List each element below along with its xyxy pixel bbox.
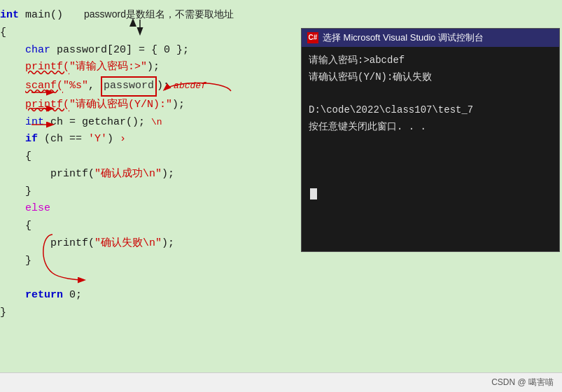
main-container: int main() { password是数组名，不需要取地址 char pa… — [0, 0, 562, 392]
code-line-9: { — [0, 148, 315, 166]
code-line-14: printf("确认失败\n"); — [0, 235, 315, 253]
code-line-2: { — [0, 24, 315, 42]
code-line-13: { — [0, 218, 315, 235]
console-line-1: 请输入密码:>abcdef — [309, 52, 552, 69]
footer-bar: CSDN @ 噶害喵 — [0, 372, 562, 392]
code-line-11: } — [0, 183, 315, 201]
code-line-5: scanf("%s", password);abcdef — [0, 76, 315, 97]
console-line-5: 按任意键关闭此窗口. . . — [309, 119, 552, 136]
code-line-3: char password[20] = { 0 }; — [0, 42, 315, 59]
footer-text: CSDN @ 噶害喵 — [491, 377, 554, 388]
code-line-12: else — [0, 200, 315, 218]
console-titlebar: C# 选择 Microsoft Visual Studio 调试控制台 — [302, 29, 559, 47]
vs-icon: C# — [307, 32, 318, 43]
console-line-2: 请确认密码(Y/N):确认失败 — [309, 69, 552, 86]
code-line-18: } — [0, 304, 315, 322]
code-line-16 — [0, 270, 315, 287]
code-line-10: printf("确认成功\n"); — [0, 166, 315, 183]
cursor — [310, 188, 317, 200]
annotation-bubble: password是数组名，不需要取地址 — [84, 8, 234, 21]
code-line-15: } — [0, 253, 315, 270]
console-line-3 — [309, 86, 552, 103]
code-editor: int main() { password是数组名，不需要取地址 char pa… — [0, 0, 322, 392]
code-line-4: printf("请输入密码:>"); — [0, 59, 315, 76]
code-line-7: int ch = getchar(); \n — [0, 114, 315, 132]
code-line-8: if (ch == 'Y') › — [0, 131, 315, 148]
console-line-4: D:\code\2022\class107\test_7 — [309, 102, 552, 119]
console-body: 请输入密码:>abcdef 请确认密码(Y/N):确认失败 D:\code\20… — [302, 47, 559, 251]
console-window: C# 选择 Microsoft Visual Studio 调试控制台 请输入密… — [301, 28, 560, 252]
console-cursor-line — [309, 136, 552, 219]
console-title: 选择 Microsoft Visual Studio 调试控制台 — [323, 31, 484, 44]
code-line-17: return 0; — [0, 287, 315, 304]
code-line-6: printf("请确认密码(Y/N):"); — [0, 97, 315, 114]
